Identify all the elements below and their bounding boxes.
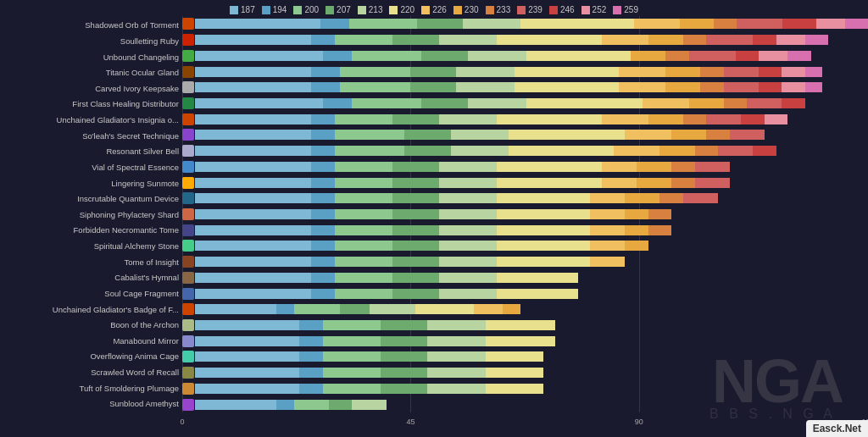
- y-axis-label: Spiritual Alchemy Stone: [3, 240, 179, 253]
- bar-segment: [497, 225, 590, 235]
- bar-icon: [182, 145, 194, 157]
- bar-segment: [680, 19, 714, 29]
- legend-item: 220: [389, 5, 415, 14]
- bar-segment: [381, 320, 427, 330]
- bar-segment: [643, 98, 689, 108]
- bar-segment: [195, 273, 311, 283]
- bar-icon: [182, 383, 194, 395]
- bar-segment: [782, 98, 804, 108]
- y-axis-label: Boon of the Archon: [3, 318, 179, 332]
- bar-segment: [392, 114, 439, 124]
- bar-segment: [195, 67, 311, 77]
- bar-segment: [474, 304, 503, 314]
- y-axis-label: Scrawled Word of Recall: [3, 366, 179, 379]
- bar-row: [182, 319, 868, 331]
- bar-segment: [718, 146, 753, 156]
- bar-row: [182, 256, 868, 268]
- bar-segment: [335, 193, 393, 203]
- bar-segment: [335, 130, 404, 140]
- bar-segment: [683, 35, 706, 45]
- y-axis-label: Siphoning Phylactery Shard: [3, 208, 179, 222]
- y-axis-label: Lingering Sunmote: [3, 177, 179, 191]
- bar-segment: [299, 351, 322, 362]
- bar-segment: [294, 304, 341, 314]
- bar-segment: [700, 67, 723, 77]
- bar-segment: [392, 162, 439, 172]
- bar-row: [182, 224, 868, 236]
- bar-segment: [753, 35, 776, 45]
- bar-row: [182, 97, 868, 109]
- bar-segment: [439, 273, 498, 283]
- bar-segment: [323, 336, 381, 346]
- bar-row: [182, 367, 868, 379]
- legend-item: 194: [262, 5, 287, 14]
- bar-icon: [182, 399, 194, 411]
- bar-segment: [195, 351, 299, 362]
- bar-segment: [404, 146, 451, 156]
- bar-row: [182, 272, 868, 284]
- bar-segment: [195, 178, 311, 188]
- bar-segment: [526, 98, 643, 108]
- bar-segment: [335, 225, 393, 235]
- bar-segment: [625, 241, 648, 251]
- bar-row: [182, 399, 868, 411]
- bar-segment: [631, 51, 665, 61]
- bar-row: [182, 288, 868, 300]
- bar-segment: [392, 209, 439, 219]
- bar-segment: [335, 273, 393, 283]
- bar-segment: [625, 225, 648, 235]
- easck-badge: Easck.Net: [806, 420, 868, 437]
- y-axis-label: Resonant Silver Bell: [3, 145, 179, 158]
- bar-segment: [352, 51, 421, 61]
- bar-segment: [456, 67, 515, 77]
- bar-segment: [381, 368, 427, 378]
- bar-icon: [182, 161, 194, 173]
- bar-segment: [370, 304, 416, 314]
- legend-item: 233: [486, 5, 511, 14]
- bar-segment: [439, 178, 498, 188]
- bar-segment: [637, 178, 671, 188]
- bar-segment: [439, 257, 498, 267]
- bar-segment: [439, 35, 498, 45]
- plot-area: 04590135: [182, 16, 868, 428]
- bar-segment: [625, 130, 671, 140]
- legend-item: 200: [293, 5, 319, 14]
- legend-item: 246: [549, 5, 575, 14]
- bar-segment: [195, 209, 311, 219]
- bar-segment: [665, 51, 688, 61]
- bar-segment: [463, 19, 520, 29]
- bar-segment: [671, 162, 694, 172]
- bar-segment: [724, 67, 759, 77]
- y-axis-label: Unchained Gladiator's Badge of F...: [3, 303, 179, 317]
- bar-segment: [776, 35, 805, 45]
- bar-segment: [299, 320, 322, 330]
- bar-segment: [381, 384, 427, 394]
- bar-icon: [182, 18, 194, 30]
- bar-icon: [182, 81, 194, 93]
- bar-segment: [195, 82, 311, 92]
- x-tick-label: 0: [180, 418, 184, 426]
- bar-segment: [741, 114, 764, 124]
- bar-segment: [520, 19, 635, 29]
- bar-segment: [503, 304, 520, 314]
- y-axis-label: Shadowed Orb of Torment: [3, 19, 179, 32]
- bar-segment: [323, 51, 352, 61]
- bar-segment: [195, 400, 276, 410]
- bar-segment: [753, 146, 776, 156]
- bar-segment: [195, 320, 299, 330]
- bar-segment: [486, 336, 555, 346]
- y-axis-label: Vial of Spectral Essence: [3, 161, 179, 174]
- bar-segment: [195, 162, 311, 172]
- bar-segment: [294, 400, 329, 410]
- bar-segment: [335, 35, 393, 45]
- bar-segment: [602, 114, 648, 124]
- bar-segment: [195, 368, 299, 378]
- bar-row: [182, 145, 868, 157]
- bar-segment: [276, 304, 294, 314]
- bar-segment: [706, 35, 753, 45]
- bar-segment: [439, 209, 498, 219]
- bar-segment: [515, 82, 619, 92]
- y-axis-label: Unbound Changeling: [3, 51, 179, 64]
- bar-segment: [736, 51, 759, 61]
- y-axis-label: Unchained Gladiator's Insignia o...: [3, 113, 179, 127]
